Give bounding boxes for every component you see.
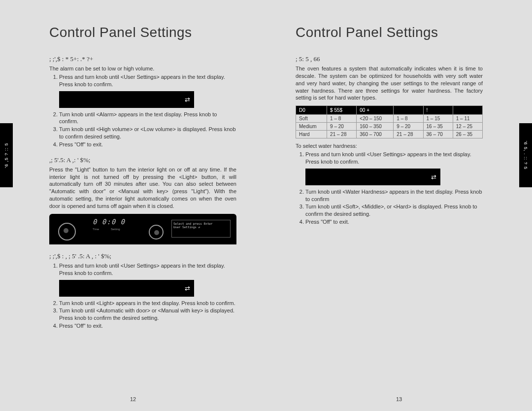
hardness-steps-cont: Turn knob until <Water Hardness> appears… xyxy=(296,188,483,226)
display-placeholder: ⇄ xyxy=(59,280,194,297)
table-header: 00 + xyxy=(357,106,394,115)
display-line1: Select and press Enter xyxy=(173,222,229,225)
display-placeholder: ⇄ xyxy=(305,169,440,185)
swap-icon: ⇄ xyxy=(185,96,190,103)
light-setting-steps-cont: Turn knob until <Light> appears in the t… xyxy=(49,300,236,330)
list-item: Press "Off" to exit. xyxy=(59,322,236,330)
control-panel-image: 0 0:0 0 Time Setting Select and press En… xyxy=(49,214,236,244)
table-cell: 26 – 35 xyxy=(453,131,482,138)
table-cell: 1 – 11 xyxy=(453,115,482,123)
page-title: Control Panel Settings xyxy=(49,25,236,40)
table-cell: 12 – 25 xyxy=(453,123,482,131)
list-item: Turn knob until <Soft>, <Middle>, or <Ha… xyxy=(305,203,483,218)
table-cell: <20 – 150 xyxy=(357,115,394,123)
table-cell: 16 – 35 xyxy=(423,123,453,131)
knob-left xyxy=(58,223,76,240)
section-heading-water: ; 5: 5 , 66 xyxy=(296,55,483,63)
table-cell: 360 – 700 xyxy=(357,131,394,138)
table-header xyxy=(453,106,482,115)
page-right: Control Panel Settings ; 5: 5 , 66 The o… xyxy=(266,0,532,411)
table-cell: 1 – 15 xyxy=(423,115,453,123)
label-setting: Setting xyxy=(111,228,120,231)
table-header: D0 xyxy=(296,106,327,115)
table-cell: 21 – 28 xyxy=(394,131,423,138)
table-header: $ 55$ xyxy=(327,106,357,115)
hardness-table: D0 $ 55$ 00 + ! Soft1 – 8<20 – 1501 – 81… xyxy=(296,105,483,138)
list-item: Turn knob until <Automatic with door> or… xyxy=(59,307,236,322)
list-item: Press "Off" to exit. xyxy=(59,141,236,148)
table-header-row: D0 $ 55$ 00 + ! xyxy=(296,106,483,115)
digital-time: 0 0:0 0 xyxy=(93,218,125,226)
table-row: Hard21 – 28360 – 70021 – 2836 – 7026 – 3… xyxy=(296,131,483,138)
table-header xyxy=(394,106,423,115)
light-setting-steps: Press and turn knob until <User Settings… xyxy=(49,262,236,277)
table-cell: 1 – 8 xyxy=(394,115,423,123)
knob-right xyxy=(149,225,164,240)
swap-icon: ⇄ xyxy=(185,285,190,292)
label-time: Time xyxy=(93,228,99,231)
section-heading-light-setting: ; ;',$ : , ; 5' .5: A , : ' $%; xyxy=(49,252,236,260)
list-item: Turn knob until <High volume> or <Low vo… xyxy=(59,126,236,140)
section-heading-light: ,; 5'.5: A ,: ' $%; xyxy=(49,156,236,164)
table-row: Medium9 – 20160 – 3509 – 2016 – 3512 – 2… xyxy=(296,123,483,131)
table-cell: 1 – 8 xyxy=(327,115,357,123)
water-intro: The oven features a system that automati… xyxy=(296,65,483,102)
panel-text-display: Select and press Enter User Settings ⇄ xyxy=(171,220,231,238)
list-item: Press "Off" to exit. xyxy=(305,218,483,226)
page-number: 12 xyxy=(130,396,136,402)
table-cell: 9 – 20 xyxy=(394,123,423,131)
section-heading-alarm: ; ;',$ : * 5+: .* ?+ xyxy=(49,55,236,63)
table-header: ! xyxy=(423,106,453,115)
table-cell: 36 – 70 xyxy=(423,131,453,138)
list-item: Turn knob until <Light> appears in the t… xyxy=(59,300,236,307)
display-line2: User Settings ⇄ xyxy=(173,225,229,229)
table-cell: 9 – 20 xyxy=(327,123,357,131)
page-number: 13 xyxy=(396,396,402,402)
page-left: Control Panel Settings ; ;',$ : * 5+: .*… xyxy=(0,0,266,411)
table-cell: Soft xyxy=(296,115,327,123)
table-cell: Medium xyxy=(296,123,327,131)
swap-icon: ⇄ xyxy=(431,173,436,181)
table-row: Soft1 – 8<20 – 1501 – 81 – 151 – 11 xyxy=(296,115,483,123)
alarm-intro: The alarm can be set to low or high volu… xyxy=(49,65,236,72)
table-cell: 160 – 350 xyxy=(357,123,394,131)
select-hardness-intro: To select water hardness: xyxy=(296,142,483,150)
light-body: Press the "Light" button to turn the int… xyxy=(49,166,236,210)
alarm-steps-cont: Turn knob until <Alarm> appears in the t… xyxy=(49,111,236,148)
page-title: Control Panel Settings xyxy=(296,25,483,40)
table-cell: 21 – 28 xyxy=(327,131,357,138)
list-item: Turn knob until <Alarm> appears in the t… xyxy=(59,111,236,126)
table-cell: Hard xyxy=(296,131,327,138)
list-item: Press and turn knob until <User Settings… xyxy=(59,262,236,277)
list-item: Press and turn knob until <User Settings… xyxy=(59,73,236,88)
list-item: Press and turn knob until <User Settings… xyxy=(305,151,483,166)
alarm-steps: Press and turn knob until <User Settings… xyxy=(49,73,236,88)
hardness-steps: Press and turn knob until <User Settings… xyxy=(296,151,483,166)
list-item: Turn knob until <Water Hardness> appears… xyxy=(305,188,483,203)
display-placeholder: ⇄ xyxy=(59,91,194,108)
